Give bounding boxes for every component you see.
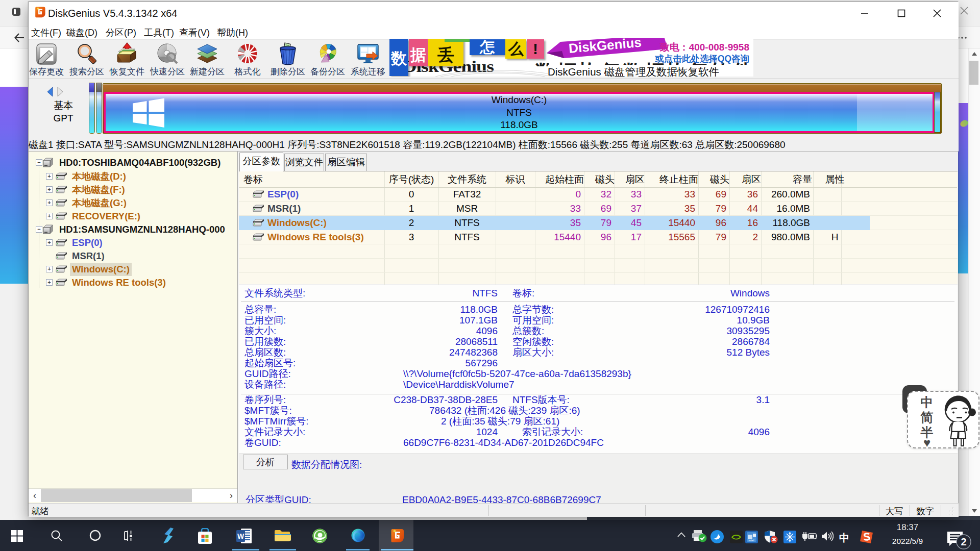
partition-size: 118.0GB [106, 119, 933, 132]
disk-type-basic: 基本 [45, 99, 81, 112]
tray-defender-icon[interactable] [764, 530, 778, 543]
col-header-startcyl[interactable]: 起始柱面 [533, 171, 584, 187]
menu-view[interactable]: 查看(V) [177, 26, 212, 40]
toolbar-save-button[interactable]: 保存更改 [29, 41, 66, 78]
col-header-endcyl[interactable]: 终止柱面 [647, 171, 698, 187]
partition-details: 文件系统类型:NTFS卷标:Windows总容量:118.0GB总字节数:126… [239, 285, 958, 454]
ad-char-block: 据 [409, 39, 428, 66]
ad-char-block: 么 [505, 39, 526, 59]
tray-ime-indicator[interactable]: 中 [839, 532, 850, 543]
background-scrollbar-thumb[interactable] [969, 61, 978, 85]
file-explorer-icon[interactable] [274, 530, 291, 543]
toolbar-format-button[interactable]: 格式化 [228, 41, 267, 78]
taskbar-search-icon[interactable] [51, 530, 63, 542]
taskbar-clock-time[interactable]: 18:37 [887, 523, 928, 532]
windows-re-partition-bar[interactable] [934, 92, 941, 133]
col-header-head1[interactable]: 磁头 [586, 171, 615, 187]
word-icon[interactable]: W [236, 529, 252, 543]
tray-printer-icon[interactable] [692, 530, 707, 542]
tray-sogou-icon[interactable] [860, 530, 873, 544]
col-header-sec2[interactable]: 扇区 [732, 171, 761, 187]
partition-icon-graphic [252, 205, 265, 213]
task-view-icon[interactable] [124, 530, 136, 541]
toolbar-recover-button[interactable]: 恢复文件 [107, 41, 147, 78]
edge-icon[interactable] [351, 529, 365, 542]
tray-messenger-icon[interactable] [710, 530, 724, 543]
tray-power-icon[interactable] [801, 531, 817, 541]
toolbar-migrate-button[interactable]: 系统迁移 [348, 41, 388, 78]
tray-snowflake-icon[interactable] [783, 531, 796, 543]
col-header-seq[interactable]: 序号(状态) [384, 171, 438, 187]
tab-partition-params[interactable]: 分区参数 [239, 153, 283, 171]
expand-icon[interactable]: + [46, 279, 53, 286]
toolbar-delete-button[interactable]: 删除分区 [268, 41, 308, 78]
ms-store-icon[interactable] [197, 528, 213, 544]
toolbar-backup-button[interactable]: 备份分区 [308, 41, 348, 78]
browser-back-icon[interactable] [13, 32, 26, 44]
cortana-icon[interactable] [89, 530, 101, 541]
maximize-button[interactable] [894, 6, 909, 20]
tray-chevron-icon[interactable] [677, 532, 685, 537]
windows-c-partition-bar[interactable]: Windows(C:) NTFS 118.0GB [104, 92, 935, 133]
scroll-left-icon[interactable]: ‹ [29, 489, 41, 502]
menu-partition[interactable]: 分区(P) [104, 26, 138, 40]
browser-menu-dots-icon[interactable] [957, 36, 967, 40]
toolbar-search-button[interactable]: 搜索分区 [67, 41, 107, 78]
browser-tab-icon [12, 7, 21, 16]
ad-banner[interactable]: DiskGenius 数据恢复数据恢复软件恢复 DiskGenius 磁盘管理及… [389, 38, 753, 77]
menu-help[interactable]: 帮助(H) [215, 26, 250, 40]
menu-disk[interactable]: 磁盘(D) [64, 26, 100, 40]
menu-file[interactable]: 文件(F) [29, 26, 63, 40]
expand-icon[interactable]: + [46, 239, 53, 246]
close-button[interactable] [929, 6, 945, 20]
col-header-attr[interactable]: 属性 [813, 171, 856, 187]
analyze-button[interactable]: 分析 [243, 455, 288, 469]
scroll-right-icon[interactable]: › [225, 489, 237, 502]
disk-info-text: 磁盘1 接口:SATA 型号:SAMSUNGMZNLN128HAHQ-000H1… [29, 138, 786, 152]
cell-capacity: 118.0GB [759, 216, 810, 230]
menu-tools[interactable]: 工具(T) [142, 26, 176, 40]
col-header-head2[interactable]: 磁头 [701, 171, 729, 187]
lightning-app-icon[interactable] [162, 528, 175, 543]
taskbar-clock-date[interactable]: 2022/5/9 [887, 537, 928, 545]
toolbar-quick-button[interactable]: 快速分区 [148, 41, 187, 78]
col-header-flag[interactable]: 标识 [496, 171, 535, 187]
col-header-sec1[interactable]: 扇区 [617, 171, 645, 187]
msr-partition-bar[interactable] [96, 83, 102, 134]
table-gridline-h [239, 272, 958, 273]
expand-icon[interactable]: + [46, 213, 53, 219]
tree-scrollbar-thumb[interactable] [41, 489, 192, 502]
minimize-button[interactable] [857, 6, 872, 20]
expand-icon[interactable]: + [46, 266, 53, 272]
tray-volume-icon[interactable] [821, 531, 834, 542]
notification-center-icon[interactable]: 2 [947, 531, 971, 549]
toolbar-new-button[interactable]: 新建分区 [187, 41, 227, 78]
scroll-down-icon[interactable] [971, 508, 977, 513]
background-close-icon[interactable] [960, 7, 968, 15]
col-header-capacity[interactable]: 容量 [761, 171, 812, 187]
expand-icon[interactable]: + [46, 186, 53, 193]
start-button-icon[interactable] [11, 530, 23, 542]
scroll-up-icon[interactable] [971, 52, 977, 57]
disk-nav-arrows[interactable] [45, 86, 77, 97]
esp-partition-bar[interactable] [89, 83, 95, 134]
tray-nvidia-icon[interactable] [730, 531, 743, 543]
ad-qq-link[interactable]: 或点击此处选择QQ咨询 [655, 53, 749, 65]
col-header-volume[interactable]: 卷标 [243, 171, 263, 187]
tree-horizontal-scrollbar[interactable]: ‹ › [29, 488, 237, 502]
diskgenius-window-body: DiskGenius V5.4.3.1342 x64 文件(F) 磁盘(D) 分… [29, 2, 959, 517]
tray-intel-graphics-icon[interactable]: intel [745, 531, 758, 543]
tab-browse-files[interactable]: 浏览文件 [284, 154, 324, 171]
partition-icon [252, 219, 265, 227]
browser-360-icon[interactable] [312, 529, 327, 543]
tab-sector-edit[interactable]: 扇区编辑 [325, 154, 367, 171]
cell-capacity: 16.0MB [759, 202, 810, 216]
expand-icon[interactable]: + [46, 199, 53, 206]
details-separator [241, 394, 954, 394]
expand-icon[interactable]: + [46, 173, 53, 180]
resize-grip-icon[interactable] [946, 508, 954, 516]
diskgenius-taskbar-icon[interactable] [390, 528, 405, 543]
detail-label: 卷GUID: [244, 436, 281, 449]
col-header-fs[interactable]: 文件系统 [438, 171, 496, 187]
sticker-girl-drawing [940, 393, 977, 448]
